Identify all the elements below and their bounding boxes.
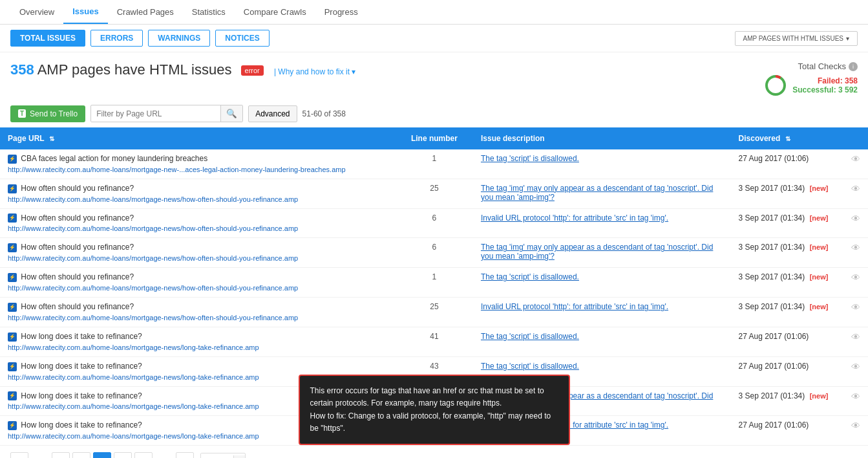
- search-input[interactable]: [91, 106, 220, 122]
- tooltip-text: This error occurs for tags that have an …: [310, 386, 551, 433]
- issue-desc-7[interactable]: The tag 'script' is disallowed.: [481, 362, 579, 371]
- page-url-link-3[interactable]: http://www.ratecity.com.au/home-loans/mo…: [8, 254, 298, 262]
- page-name-9: How long does it take to refinance?: [21, 420, 142, 430]
- table-row: ⚡ How often should you refinance? http:/…: [0, 298, 868, 327]
- amp-icon-0: ⚡: [8, 155, 17, 164]
- discovered-5: 3 Sep 2017 (01:34) [new]: [731, 298, 843, 327]
- page-url-cell-5: ⚡ How often should you refinance? http:/…: [0, 298, 396, 327]
- page-8-btn[interactable]: 8: [134, 452, 153, 458]
- pagination: 1 ... 4 5 6 7 8 ... 36 10 25 50 ▾: [0, 446, 868, 458]
- page-url-link-7[interactable]: http://www.ratecity.com.au/home-loans/mo…: [8, 373, 259, 381]
- issue-desc-4[interactable]: The tag 'script' is disallowed.: [481, 272, 579, 281]
- amp-icon-6: ⚡: [8, 333, 17, 342]
- errors-btn[interactable]: ERRORS: [90, 30, 143, 47]
- table-row: ⚡ CBA faces legal action for money laund…: [0, 149, 868, 179]
- nav-overview[interactable]: Overview: [10, 1, 63, 23]
- eye-icon-9[interactable]: 👁: [851, 420, 860, 431]
- eye-icon-1[interactable]: 👁: [851, 184, 860, 194]
- eye-icon-7[interactable]: 👁: [851, 362, 860, 372]
- issue-desc-2[interactable]: Invalid URL protocol 'http': for attribu…: [481, 213, 668, 223]
- nav-issues[interactable]: Issues: [63, 0, 107, 24]
- page-url-link-0[interactable]: http://www.ratecity.com.au/home-loans/mo…: [8, 166, 346, 173]
- notices-btn[interactable]: NOTICES: [215, 30, 269, 47]
- success-checks: Successful: 3 592: [792, 85, 858, 94]
- eye-icon-3[interactable]: 👁: [851, 243, 860, 253]
- page-36-btn[interactable]: 36: [176, 452, 194, 458]
- eye-icon-6[interactable]: 👁: [851, 332, 860, 342]
- per-page-select[interactable]: 10 25 50: [201, 453, 233, 458]
- amp-icon-3: ⚡: [8, 243, 17, 252]
- page-name-4: How often should you refinance?: [21, 272, 134, 281]
- page-1-btn[interactable]: 1: [10, 452, 28, 458]
- issue-desc-cell-2: Invalid URL protocol 'http': for attribu…: [473, 208, 731, 238]
- col-discovered[interactable]: Discovered ⇅: [731, 127, 843, 149]
- search-wrap: 🔍: [90, 105, 243, 122]
- issue-desc-cell-3: The tag 'img' may only appear as a desce…: [473, 238, 731, 268]
- issue-desc-5[interactable]: Invalid URL protocol 'http': for attribu…: [481, 302, 668, 311]
- page-url-link-1[interactable]: http://www.ratecity.com.au/home-loans/mo…: [8, 195, 298, 203]
- nav-progress[interactable]: Progress: [315, 1, 367, 23]
- page-url-link-4[interactable]: http://www.ratecity.com.au/home-loans/mo…: [8, 284, 298, 292]
- table-row: ⚡ How often should you refinance? http:/…: [0, 238, 868, 268]
- issue-desc-3[interactable]: The tag 'img' may only appear as a desce…: [481, 243, 713, 261]
- amp-pages-dropdown[interactable]: AMP PAGES WITH HTML ISSUES ▾: [735, 31, 858, 46]
- discovered-7: 27 Aug 2017 (01:06): [731, 356, 843, 386]
- sort-icon-url: ⇅: [49, 135, 54, 142]
- info-icon[interactable]: i: [849, 62, 858, 71]
- page-title-1: ⚡ How often should you refinance?: [8, 184, 388, 193]
- amp-icon-7: ⚡: [8, 362, 17, 371]
- advanced-button[interactable]: Advanced: [248, 105, 297, 122]
- trello-icon: T: [18, 109, 26, 118]
- total-issues-btn[interactable]: TOTAL ISSUES: [10, 30, 85, 47]
- discovered-9: 27 Aug 2017 (01:06): [731, 416, 843, 446]
- page-title-6: ⚡ How long does it take to refinance?: [8, 332, 388, 342]
- page-6-btn[interactable]: 6: [93, 452, 111, 458]
- issue-desc-1[interactable]: The tag 'img' may only appear as a desce…: [481, 184, 713, 202]
- discovered-4: 3 Sep 2017 (01:34) [new]: [731, 268, 843, 298]
- search-button[interactable]: 🔍: [220, 105, 242, 122]
- discovered-1: 3 Sep 2017 (01:34) [new]: [731, 179, 843, 208]
- failed-checks: Failed: 358: [792, 76, 858, 85]
- page-url-link-9[interactable]: http://www.ratecity.com.au/home-loans/mo…: [8, 432, 259, 440]
- per-page-select-wrap: 10 25 50 ▾: [200, 453, 246, 458]
- action-cell-0: 👁: [843, 149, 868, 179]
- page-name-1: How often should you refinance?: [21, 184, 134, 193]
- action-cell-2: 👁: [843, 208, 868, 238]
- total-checks-panel: Total Checks i Failed: 358 Successful: 3…: [764, 61, 858, 97]
- eye-icon-5[interactable]: 👁: [851, 302, 860, 312]
- eye-icon-0[interactable]: 👁: [851, 154, 860, 164]
- eye-icon-2[interactable]: 👁: [851, 213, 860, 224]
- page-5-btn[interactable]: 5: [72, 452, 90, 458]
- action-cell-8: 👁: [843, 386, 868, 416]
- table-row: ⚡ How often should you refinance? http:/…: [0, 179, 868, 208]
- amp-icon-4: ⚡: [8, 273, 17, 282]
- ellipsis-2: ...: [155, 452, 173, 458]
- amp-icon-5: ⚡: [8, 303, 17, 312]
- send-to-trello-button[interactable]: T Send to Trello: [10, 105, 85, 122]
- page-url-link-8[interactable]: http://www.ratecity.com.au/home-loans/mo…: [8, 402, 259, 410]
- line-num-0: 1: [396, 149, 473, 179]
- page-url-link-2[interactable]: http://www.ratecity.com.au/home-loans/mo…: [8, 224, 298, 232]
- page-name-5: How often should you refinance?: [21, 302, 134, 311]
- page-name-7: How long does it take to refinance?: [21, 362, 142, 371]
- new-badge-1: [new]: [810, 184, 829, 192]
- issue-desc-6[interactable]: The tag 'script' is disallowed.: [481, 332, 579, 341]
- chevron-down-icon: ▾: [846, 35, 849, 42]
- page-url-cell-2: ⚡ How often should you refinance? http:/…: [0, 208, 396, 238]
- page-url-link-5[interactable]: http://www.ratecity.com.au/home-loans/mo…: [8, 314, 298, 322]
- warnings-btn[interactable]: WARNINGS: [148, 30, 210, 47]
- issue-desc-0[interactable]: The tag 'script' is disallowed.: [481, 154, 579, 163]
- page-title-3: ⚡ How often should you refinance?: [8, 243, 388, 252]
- page-url-link-6[interactable]: http://www.ratecity.com.au/home-loans/mo…: [8, 344, 259, 351]
- action-cell-6: 👁: [843, 327, 868, 356]
- col-page-url[interactable]: Page URL ⇅: [0, 127, 396, 149]
- nav-crawled-pages[interactable]: Crawled Pages: [108, 1, 183, 23]
- why-fix-link[interactable]: | Why and how to fix it ▾: [274, 67, 356, 76]
- eye-icon-4[interactable]: 👁: [851, 272, 860, 283]
- page-7-btn[interactable]: 7: [114, 452, 132, 458]
- nav-statistics[interactable]: Statistics: [183, 1, 235, 23]
- page-4-btn[interactable]: 4: [52, 452, 70, 458]
- nav-compare-crawls[interactable]: Compare Crawls: [235, 1, 315, 23]
- line-num-5: 25: [396, 298, 473, 327]
- eye-icon-8[interactable]: 👁: [851, 391, 860, 402]
